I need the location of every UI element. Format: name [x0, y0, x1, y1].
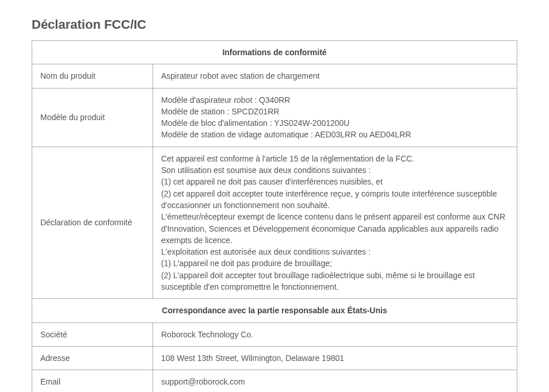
- company-label: Société: [32, 322, 153, 346]
- compliance-header: Informations de conformité: [32, 41, 517, 64]
- company-value: Roborock Technology Co.: [153, 322, 517, 346]
- compliance-statement-value: Cet appareil est conforme à l'article 15…: [153, 147, 517, 299]
- email-value: support@roborock.com: [153, 370, 517, 392]
- address-label: Adresse: [32, 346, 153, 370]
- address-value: 108 West 13th Street, Wilmington, Delawa…: [153, 346, 517, 370]
- product-model-label: Modèle du produit: [32, 88, 153, 147]
- product-name-value: Aspirateur robot avec station de chargem…: [153, 64, 517, 88]
- table-row: Société Roborock Technology Co.: [32, 322, 517, 346]
- declaration-table: Informations de conformité Nom du produi…: [32, 40, 517, 392]
- table-row: Adresse 108 West 13th Street, Wilmington…: [32, 346, 517, 370]
- product-model-value: Modèle d'aspirateur robot : Q340RR Modèl…: [153, 88, 517, 147]
- section-header-row: Correspondance avec la partie responsabl…: [32, 299, 517, 322]
- table-row: Nom du produit Aspirateur robot avec sta…: [32, 64, 517, 88]
- section-header-row: Informations de conformité: [32, 41, 517, 64]
- table-row: Déclaration de conformité Cet appareil e…: [32, 147, 517, 299]
- contact-header: Correspondance avec la partie responsabl…: [32, 299, 517, 322]
- page-title: Déclaration FCC/IC: [32, 17, 517, 32]
- compliance-statement-label: Déclaration de conformité: [32, 147, 153, 299]
- product-name-label: Nom du produit: [32, 64, 153, 88]
- table-row: Modèle du produit Modèle d'aspirateur ro…: [32, 88, 517, 147]
- table-row: Email support@roborock.com: [32, 370, 517, 392]
- email-label: Email: [32, 370, 153, 392]
